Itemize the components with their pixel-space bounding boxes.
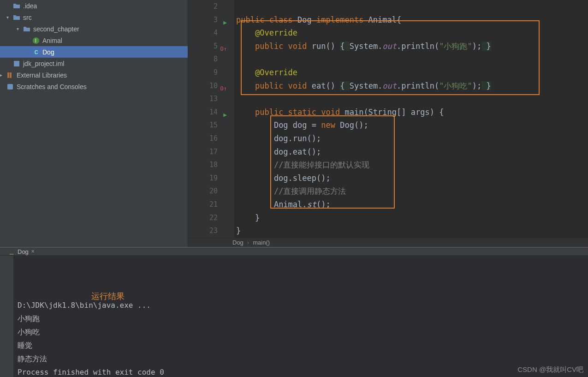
svg-rect-4 [14, 61, 19, 66]
tree-item-label: jdk_project.iml [23, 60, 64, 67]
project-tree[interactable]: .idea▾src▾second_chapterIAnimalCDogjdk_p… [0, 0, 188, 247]
folder-icon [13, 14, 20, 21]
line-number[interactable]: 22 [188, 211, 218, 225]
scratch-icon [6, 83, 14, 90]
run-tab-label: Dog [18, 248, 29, 255]
svg-rect-7 [7, 84, 13, 90]
tree-item-label: External Libraries [17, 72, 67, 79]
code-line[interactable]: Animal.st(); [236, 198, 588, 211]
java-icon: ▁ [8, 248, 16, 255]
line-number[interactable]: 10O↑ [188, 79, 218, 93]
tree-item[interactable]: ▾second_chapter [0, 23, 188, 35]
editor-pane: 23▶45O↑8910O↑1314▶151617181920212223 pub… [188, 0, 588, 247]
tree-item-label: Dog [42, 48, 54, 56]
breadcrumb[interactable]: Dog › main() [188, 238, 588, 247]
run-tabs[interactable]: ▁ Dog × [0, 248, 588, 256]
tree-item-label: second_chapter [33, 25, 79, 33]
expand-arrow-icon[interactable]: ▾ [17, 26, 22, 31]
svg-text:▁: ▁ [9, 249, 14, 255]
code-area[interactable]: 23▶45O↑8910O↑1314▶151617181920212223 pub… [188, 0, 588, 238]
line-number[interactable]: 20 [188, 185, 218, 198]
class-icon: C [32, 48, 40, 56]
console-output[interactable]: 运行结果 D:\JDK\jdk1.8\bin\java.exe ...小狗跑小狗… [14, 256, 588, 377]
line-number[interactable]: 4 [188, 26, 218, 40]
line-number[interactable]: 17 [188, 145, 218, 159]
line-number[interactable]: 23 [188, 224, 218, 238]
line-number[interactable]: 18 [188, 158, 218, 172]
code-line[interactable]: dog.run(); [236, 132, 588, 145]
tree-item[interactable]: ▾src [0, 12, 188, 23]
code-line[interactable] [236, 0, 588, 13]
breadcrumb-class[interactable]: Dog [232, 239, 244, 246]
lib-icon [6, 72, 14, 79]
tree-item[interactable]: IAnimal [0, 35, 188, 46]
expand-arrow-icon[interactable]: ▸ [0, 72, 6, 78]
run-gutter-icon[interactable]: ▶ [223, 108, 227, 122]
line-number[interactable]: 21 [188, 198, 218, 211]
console-line: 静态方法 [18, 352, 584, 365]
run-panel: ▁ Dog × 运行结果 D:\JDK\jdk1.8\bin\java.exe … [0, 247, 588, 377]
line-number[interactable]: 15 [188, 119, 218, 132]
folder-icon [23, 25, 30, 33]
svg-text:C: C [35, 50, 38, 55]
tree-item[interactable]: jdk_project.iml [0, 58, 188, 69]
tree-item[interactable]: .idea [0, 0, 188, 12]
code-line[interactable]: //直接调用静态方法 [236, 185, 588, 198]
code-line[interactable]: @Override [236, 66, 588, 79]
tree-item-label: Animal [42, 37, 62, 44]
code-line[interactable] [236, 92, 588, 106]
fold-gutter[interactable] [229, 0, 234, 238]
code-line[interactable]: public void eat() { System.out.println("… [236, 79, 588, 93]
tree-item-label: src [23, 14, 32, 21]
console-line: Process finished with exit code 0 [18, 365, 584, 377]
code-line[interactable]: //直接能掉接口的默认实现 [236, 158, 588, 172]
line-number[interactable]: 5O↑ [188, 40, 218, 53]
code-line[interactable]: } [236, 211, 588, 225]
line-number[interactable]: 9 [188, 66, 218, 79]
run-tab-dog[interactable]: ▁ Dog × [6, 248, 37, 255]
code-line[interactable]: } [236, 224, 588, 238]
console-line: 小狗吃 [18, 325, 584, 339]
interface-icon: I [32, 37, 40, 44]
code-line[interactable]: dog.sleep(); [236, 172, 588, 185]
tree-item[interactable]: ▸External Libraries [0, 69, 188, 81]
svg-rect-6 [10, 72, 12, 78]
code-line[interactable] [236, 53, 588, 66]
gutter[interactable]: 23▶45O↑8910O↑1314▶151617181920212223 [188, 0, 229, 238]
code-line[interactable]: @Override [236, 26, 588, 40]
console-line: 小狗跑 [18, 312, 584, 325]
tree-item-label: Scratches and Consoles [17, 83, 87, 90]
console-toolbar[interactable] [0, 256, 14, 377]
line-number[interactable]: 16 [188, 132, 218, 145]
top-area: .idea▾src▾second_chapterIAnimalCDogjdk_p… [0, 0, 588, 247]
run-gutter-icon[interactable]: ▶ [223, 16, 227, 30]
svg-text:I: I [35, 38, 36, 43]
breadcrumb-method[interactable]: main() [253, 239, 270, 246]
breadcrumb-sep: › [247, 239, 249, 246]
iml-icon [13, 60, 20, 67]
line-number[interactable]: 14▶ [188, 106, 218, 119]
console-body: 运行结果 D:\JDK\jdk1.8\bin\java.exe ...小狗跑小狗… [0, 256, 588, 377]
line-number[interactable]: 3▶ [188, 13, 218, 27]
code-line[interactable]: public static void main(String[] args) { [236, 106, 588, 119]
override-gutter-icon[interactable]: O↑ [220, 82, 227, 96]
line-number[interactable]: 2 [188, 0, 218, 13]
svg-rect-5 [7, 72, 9, 78]
code-line[interactable]: public void run() { System.out.println("… [236, 40, 588, 53]
close-icon[interactable]: × [31, 248, 35, 255]
code-lines[interactable]: public class Dog implements Animal{ @Ove… [234, 0, 588, 238]
tree-item[interactable]: Scratches and Consoles [0, 81, 188, 92]
result-label: 运行结果 [91, 290, 125, 303]
override-gutter-icon[interactable]: O↑ [220, 42, 227, 56]
code-line[interactable]: dog.eat(); [236, 145, 588, 159]
code-line[interactable]: public class Dog implements Animal{ [236, 13, 588, 27]
expand-arrow-icon[interactable]: ▾ [6, 15, 12, 20]
tree-item-label: .idea [23, 2, 37, 10]
line-number[interactable]: 8 [188, 53, 218, 66]
line-number[interactable]: 13 [188, 92, 218, 106]
code-line[interactable]: Dog dog = new Dog(); [236, 119, 588, 132]
console-line: 睡觉 [18, 339, 584, 352]
tree-item[interactable]: CDog [0, 46, 188, 58]
line-number[interactable]: 19 [188, 172, 218, 185]
folder-icon [13, 2, 20, 10]
